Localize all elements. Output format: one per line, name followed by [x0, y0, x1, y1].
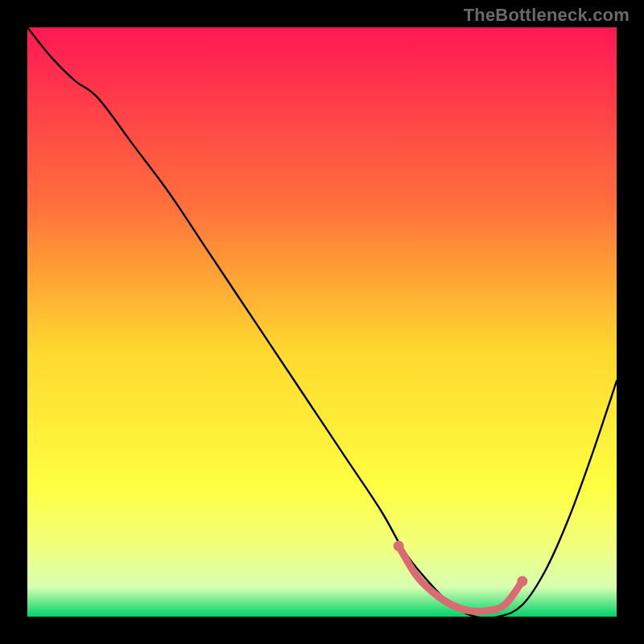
- plot-area: [27, 27, 617, 617]
- gradient-background: [27, 27, 617, 617]
- optimal-range-start: [394, 541, 404, 551]
- chart-frame: TheBottleneck.com: [0, 0, 644, 644]
- bottleneck-chart: [27, 27, 617, 617]
- attribution-label: TheBottleneck.com: [464, 5, 630, 26]
- optimal-range-end: [517, 576, 527, 587]
